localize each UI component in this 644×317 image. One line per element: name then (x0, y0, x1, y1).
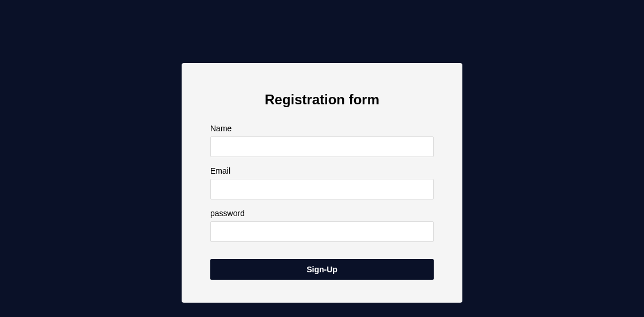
form-title: Registration form (210, 92, 434, 108)
email-field-group: Email (210, 166, 434, 199)
password-label: password (210, 209, 434, 218)
password-field-group: password (210, 209, 434, 242)
email-label: Email (210, 166, 434, 175)
signup-button[interactable]: Sign-Up (210, 259, 434, 280)
email-input[interactable] (210, 179, 434, 199)
registration-form-card: Registration form Name Email password Si… (182, 63, 462, 303)
name-field-group: Name (210, 124, 434, 157)
password-input[interactable] (210, 221, 434, 242)
name-label: Name (210, 124, 434, 133)
name-input[interactable] (210, 136, 434, 157)
